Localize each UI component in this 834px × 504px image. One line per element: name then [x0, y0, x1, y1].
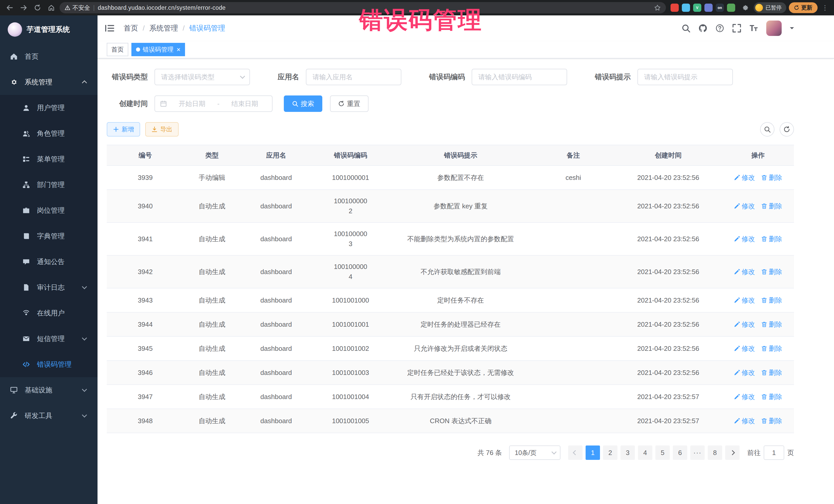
url-text: dashboard.yudao.iocoder.cn/system/error-…	[98, 4, 225, 11]
sidebar-item-home[interactable]: 首页	[0, 44, 97, 69]
breadcrumb-item[interactable]: 系统管理	[149, 23, 178, 33]
page-button-2[interactable]: 2	[603, 445, 617, 460]
edit-link[interactable]: 修改	[734, 295, 755, 305]
adblock-extension-icon[interactable]	[671, 4, 679, 12]
sidebar-item-posts[interactable]: 岗位管理	[0, 198, 97, 223]
edit-link[interactable]: 修改	[734, 173, 755, 183]
app-name-input[interactable]	[306, 69, 401, 85]
github-icon[interactable]	[699, 24, 707, 32]
edit-link[interactable]: 修改	[734, 368, 755, 378]
help-icon[interactable]	[716, 24, 724, 32]
error-type-select[interactable]: 请选择错误码类型	[154, 69, 250, 85]
next-page-button[interactable]	[725, 445, 740, 460]
onetab-extension-icon[interactable]: on	[716, 4, 724, 12]
hamburger-icon[interactable]	[105, 24, 114, 32]
sidebar-item-audit-log[interactable]: 审计日志	[0, 275, 97, 300]
prev-page-button[interactable]	[568, 445, 583, 460]
reload-icon[interactable]	[32, 2, 43, 13]
app-logo[interactable]: 芋道管理系统	[0, 15, 97, 44]
cell-time: 2021-04-20 23:52:57	[614, 386, 722, 408]
green-extension-icon[interactable]	[727, 4, 735, 12]
cell-code: 1001000004	[312, 256, 389, 288]
browser-menu-dots-icon[interactable]: ⋮	[820, 4, 830, 12]
search-icon[interactable]	[682, 24, 690, 32]
edit-link[interactable]: 修改	[734, 344, 755, 354]
forward-icon[interactable]	[18, 2, 29, 13]
caret-down-icon[interactable]	[790, 27, 794, 31]
toggle-search-button[interactable]	[760, 122, 774, 136]
export-button[interactable]: 导出	[145, 122, 179, 136]
sidebar-item-users[interactable]: 用户管理	[0, 95, 97, 120]
extensions-puzzle-icon[interactable]	[740, 2, 751, 13]
delete-link[interactable]: 删除	[761, 201, 782, 211]
tab-错误码管理[interactable]: 错误码管理×	[131, 43, 185, 56]
sidebar-item-infra[interactable]: 基础设施	[0, 377, 97, 403]
delete-link[interactable]: 删除	[761, 392, 782, 402]
browser-home-icon[interactable]	[46, 2, 57, 13]
error-hint-input[interactable]	[637, 69, 733, 85]
cell-id: 3939	[107, 167, 184, 189]
delete-link[interactable]: 删除	[761, 416, 782, 426]
more-pages-button[interactable]: ···	[690, 445, 705, 460]
add-button[interactable]: 新增	[107, 122, 140, 136]
tab-首页[interactable]: 首页	[107, 43, 128, 56]
breadcrumb-item[interactable]: 首页	[124, 23, 138, 33]
edit-link[interactable]: 修改	[734, 416, 755, 426]
sidebar-item-depts[interactable]: 部门管理	[0, 172, 97, 198]
sidebar-item-online-users[interactable]: 在线用户	[0, 300, 97, 326]
delete-link[interactable]: 删除	[761, 234, 782, 244]
delete-link[interactable]: 删除	[761, 173, 782, 183]
profile-paused-badge[interactable]: 已暂停	[754, 2, 786, 13]
cell-remark	[532, 415, 614, 427]
start-date-input[interactable]: 开始日期	[170, 99, 214, 108]
colorpick-extension-icon[interactable]	[682, 4, 690, 12]
edit-link[interactable]: 修改	[734, 201, 755, 211]
bookmark-star-icon[interactable]	[654, 4, 661, 11]
sidebar-item-dict[interactable]: 字典管理	[0, 223, 97, 249]
browser-update-button[interactable]: 更新	[789, 2, 817, 13]
delete-link[interactable]: 删除	[761, 295, 782, 305]
vue-devtools-extension-icon[interactable]: V	[693, 4, 701, 12]
page-button-5[interactable]: 5	[655, 445, 670, 460]
error-code-input[interactable]	[471, 69, 567, 85]
delete-link[interactable]: 删除	[761, 320, 782, 329]
fullscreen-icon[interactable]	[732, 24, 741, 32]
end-date-input[interactable]: 结束日期	[222, 99, 267, 108]
pagination-pages: 123456···8	[584, 445, 724, 460]
delete-link[interactable]: 删除	[761, 267, 782, 277]
cell-code: 1001001004	[312, 386, 389, 408]
sidebar-item-menus[interactable]: 菜单管理	[0, 146, 97, 172]
goto-page-input[interactable]	[764, 445, 784, 460]
cell-hint: 定时任务不存在	[389, 289, 532, 311]
sidebar-item-roles[interactable]: 角色管理	[0, 120, 97, 146]
page-size-select[interactable]: 10条/页	[509, 445, 561, 460]
font-size-icon[interactable]	[749, 24, 758, 32]
edit-link[interactable]: 修改	[734, 267, 755, 277]
delete-link[interactable]: 删除	[761, 368, 782, 378]
page-button-3[interactable]: 3	[620, 445, 635, 460]
sidebar-item-dev-tools[interactable]: 研发工具	[0, 403, 97, 429]
refresh-table-button[interactable]	[780, 122, 794, 136]
close-icon[interactable]: ×	[177, 46, 180, 53]
edit-link[interactable]: 修改	[734, 392, 755, 402]
sidebar-item-error-code[interactable]: 错误码管理	[0, 352, 97, 377]
sidebar-item-system[interactable]: 系统管理	[0, 69, 97, 95]
sidebar-item-sms[interactable]: 短信管理	[0, 326, 97, 352]
date-range-picker[interactable]: 开始日期 - 结束日期	[154, 95, 272, 112]
sidebar-item-notice[interactable]: 通知公告	[0, 249, 97, 275]
cell-type: 自动生成	[184, 337, 240, 360]
edit-link[interactable]: 修改	[734, 234, 755, 244]
edit-link[interactable]: 修改	[734, 320, 755, 329]
page-button-1[interactable]: 1	[586, 445, 600, 460]
back-icon[interactable]	[4, 2, 15, 13]
page-button-4[interactable]: 4	[638, 445, 652, 460]
delete-link[interactable]: 删除	[761, 344, 782, 354]
cell-ops: 修改删除	[722, 410, 794, 432]
cell-hint: 定时任务已经处于该状态，无需修改	[389, 361, 532, 384]
grid-extension-icon[interactable]	[704, 4, 712, 12]
page-button-8[interactable]: 8	[708, 445, 722, 460]
user-avatar[interactable]	[766, 21, 782, 36]
reset-button[interactable]: 重置	[330, 95, 369, 112]
page-button-6[interactable]: 6	[673, 445, 687, 460]
search-button[interactable]: 搜索	[284, 95, 322, 112]
